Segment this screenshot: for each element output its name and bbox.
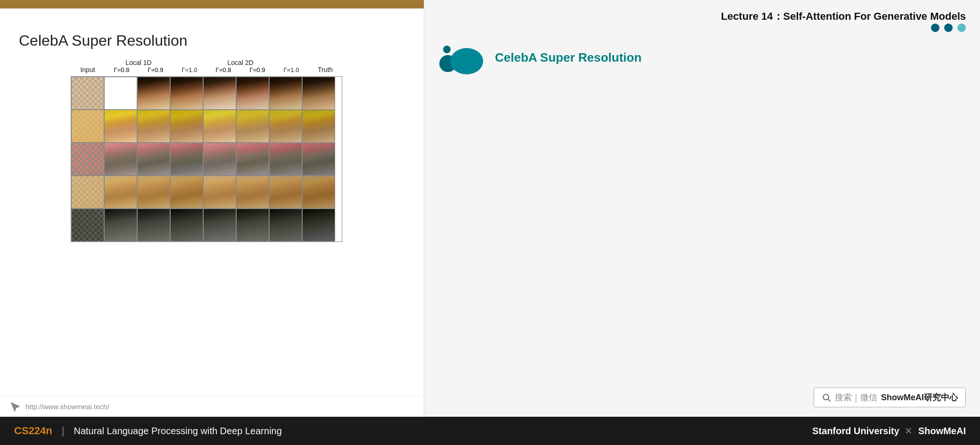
face-cell-4-5: [236, 176, 269, 209]
face-cell-4-2: [137, 176, 170, 209]
face-cell-3-5: [236, 143, 269, 176]
slide-top-bar: [0, 0, 424, 8]
nav-dot-2[interactable]: [944, 24, 953, 32]
face-cell-3-3: [170, 143, 203, 176]
face-cell-4-7: [302, 176, 335, 209]
face-cell-2-3: [170, 110, 203, 143]
face-cell-5-6: [269, 209, 302, 242]
face-cell-3-6: [269, 143, 302, 176]
svg-line-4: [828, 399, 831, 402]
table-row: [71, 110, 342, 143]
face-cell-5-2: [137, 209, 170, 242]
face-cell-1-7: [302, 77, 335, 110]
face-cell-2-2: [137, 110, 170, 143]
face-cell-3-7: [302, 143, 335, 176]
bottom-right: Stanford University ✕ ShowMeAI: [812, 425, 966, 437]
slide-preview: CelebA Super Resolution: [438, 38, 966, 75]
face-cell-4-1: [104, 176, 137, 209]
showmeai-brand: ShowMeAI: [918, 426, 966, 436]
footer-url: http://www.showmeai.tech/: [25, 403, 109, 411]
face-cell-5-3: [170, 209, 203, 242]
face-cell-2-0: [71, 110, 104, 143]
table-row: [71, 77, 342, 110]
slide-footer: http://www.showmeai.tech/: [0, 396, 424, 417]
face-cell-4-4: [203, 176, 236, 209]
face-cell-1-6: [269, 77, 302, 110]
bottom-bar: CS224n | Natural Language Processing wit…: [0, 417, 980, 445]
nav-dot-1[interactable]: [931, 24, 939, 32]
face-cell-5-0: [71, 209, 104, 242]
face-cell-2-5: [236, 110, 269, 143]
col-header-truth: Truth: [308, 66, 342, 73]
face-cell-3-1: [104, 143, 137, 176]
face-cell-1-2: [137, 77, 170, 110]
col-header-input: Input: [71, 66, 105, 73]
face-cell-1-3: [170, 77, 203, 110]
face-cell-2-6: [269, 110, 302, 143]
svg-point-1: [450, 48, 483, 74]
wave-icon: [438, 38, 486, 75]
stanford-text: Stanford University: [812, 426, 899, 436]
face-cell-4-3: [170, 176, 203, 209]
face-cell-5-1: [104, 209, 137, 242]
face-cell-4-0: [71, 176, 104, 209]
cursor-icon: [9, 401, 21, 412]
search-icon: [822, 393, 831, 402]
face-cell-3-2: [137, 143, 170, 176]
face-cell-1-4: [203, 77, 236, 110]
table-row: [71, 143, 342, 176]
image-grid: [71, 76, 342, 242]
slide-panel: CelebA Super Resolution Input Local 1D Γ…: [0, 0, 424, 417]
x-separator: ✕: [905, 426, 915, 436]
slide-title: CelebA Super Resolution: [19, 32, 405, 49]
right-panel: Lecture 14：Self-Attention For Generative…: [424, 0, 980, 417]
face-cell-4-6: [269, 176, 302, 209]
face-cell-1-1: [104, 77, 137, 110]
face-cell-2-4: [203, 110, 236, 143]
column-headers: Input Local 1D Γ=0.8 Γ=0.9 Γ=1.0 Local 2…: [71, 59, 405, 73]
nav-dots: [931, 24, 966, 32]
face-cell-2-1: [104, 110, 137, 143]
face-cell-1-0: [71, 77, 104, 110]
course-code: CS224n: [14, 425, 52, 437]
col-header-local2d: Local 2D Γ=0.8 Γ=0.9: [206, 59, 274, 73]
face-cell-3-4: [203, 143, 236, 176]
face-cell-5-5: [236, 209, 269, 242]
table-row: [71, 176, 342, 209]
course-name: Natural Language Processing with Deep Le…: [74, 426, 281, 437]
table-row: [71, 209, 342, 242]
grid-area: Input Local 1D Γ=0.8 Γ=0.9 Γ=1.0 Local 2…: [71, 59, 405, 242]
face-cell-5-7: [302, 209, 335, 242]
face-cell-5-4: [203, 209, 236, 242]
col-header-local1d-3: Γ=1.0: [173, 66, 206, 73]
slide-preview-title: CelebA Super Resolution: [495, 50, 642, 65]
bottom-left: CS224n | Natural Language Processing wit…: [14, 425, 282, 437]
lecture-title: Lecture 14：Self-Attention For Generative…: [438, 9, 966, 24]
face-cell-1-5: [236, 77, 269, 110]
search-bar[interactable]: 搜索｜微信 ShowMeAI研究中心: [814, 388, 966, 407]
search-divider: 搜索｜微信: [835, 392, 877, 403]
search-brand-text: ShowMeAI研究中心: [881, 392, 958, 403]
face-cell-3-0: [71, 143, 104, 176]
svg-point-3: [823, 394, 829, 400]
col-header-local1d: Local 1D Γ=0.8 Γ=0.9: [105, 59, 173, 73]
nav-dot-3[interactable]: [957, 24, 966, 32]
svg-point-2: [443, 46, 451, 53]
face-cell-2-7: [302, 110, 335, 143]
pipe-separator: |: [62, 425, 65, 437]
col-header-local2d-3: Γ=1.0: [274, 66, 308, 73]
